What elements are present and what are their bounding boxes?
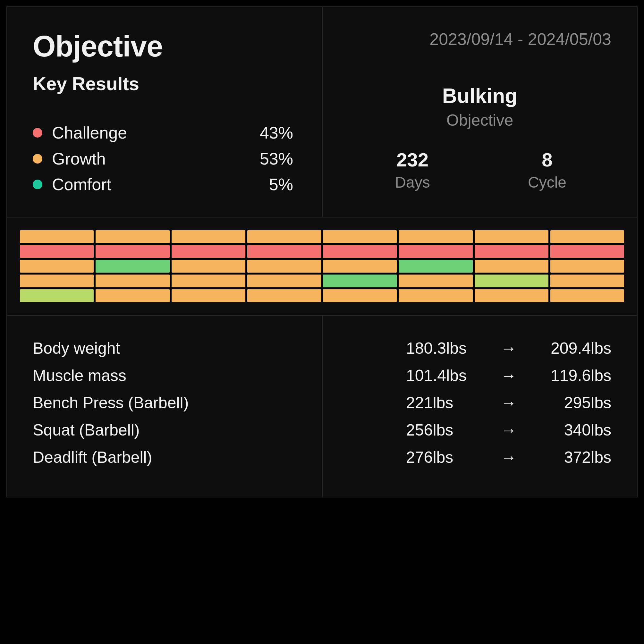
- arrow-right-icon: →: [489, 362, 528, 389]
- metric-label: Body weight: [33, 335, 400, 362]
- heatmap-cell: [475, 245, 548, 258]
- heatmap-cell: [550, 289, 624, 302]
- heatmap-cell: [247, 245, 321, 258]
- arrow-right-icon: →: [489, 389, 528, 417]
- heatmap-cell: [475, 289, 548, 302]
- heatmap-grid: [20, 230, 624, 302]
- metric-from-value: 276lbs: [406, 444, 483, 471]
- heatmap-cell: [323, 230, 397, 243]
- heatmap-cell: [172, 245, 245, 258]
- heatmap-cell: [399, 230, 472, 243]
- stat-days: 232 Days: [348, 149, 477, 191]
- heatmap-cell: [475, 275, 548, 287]
- metric-to-value: 209.4lbs: [534, 335, 611, 362]
- metric-to-value: 340lbs: [534, 417, 611, 444]
- heatmap-cell: [172, 260, 245, 273]
- objective-stats: 232 Days 8 Cycle: [348, 149, 611, 191]
- key-result-dot-icon: [33, 180, 42, 189]
- heatmap-cell: [172, 230, 245, 243]
- objective-sublabel: Objective: [348, 111, 611, 130]
- heatmap-cell: [550, 230, 624, 243]
- heatmap-cell: [247, 275, 321, 287]
- arrow-right-icon: →: [489, 335, 528, 362]
- objective-right-col: 2023/09/14 - 2024/05/03 Bulking Objectiv…: [322, 7, 637, 217]
- stat-cycle-label: Cycle: [483, 174, 611, 191]
- heatmap-cell: [20, 230, 94, 243]
- metric-from-value: 180.3lbs: [406, 335, 483, 362]
- key-result-row: Challenge43%: [33, 120, 296, 146]
- metric-row: Body weight180.3lbs→209.4lbs: [33, 335, 611, 362]
- key-result-row: Growth53%: [33, 146, 296, 172]
- metrics-section: Body weight180.3lbs→209.4lbsMuscle mass1…: [7, 315, 637, 497]
- heatmap-cell: [20, 245, 94, 258]
- key-results-list: Challenge43%Growth53%Comfort5%: [33, 120, 296, 198]
- heatmap-cell: [550, 260, 624, 273]
- heatmap-cell: [96, 260, 169, 273]
- arrow-right-icon: →: [489, 444, 528, 471]
- metric-from-value: 101.4lbs: [406, 362, 483, 389]
- heatmap-cell: [20, 289, 94, 302]
- objective-card: Objective Key Results Challenge43%Growth…: [6, 6, 638, 497]
- key-result-label: Challenge: [52, 120, 260, 146]
- key-result-value: 43%: [260, 120, 296, 146]
- heatmap-cell: [323, 260, 397, 273]
- key-result-label: Comfort: [52, 172, 269, 198]
- metric-label: Bench Press (Barbell): [33, 389, 400, 417]
- heatmap-cell: [96, 230, 169, 243]
- metric-row: Deadlift (Barbell)276lbs→372lbs: [33, 444, 611, 471]
- page-title: Objective: [33, 30, 296, 63]
- key-result-label: Growth: [52, 146, 260, 172]
- heatmap-cell: [96, 245, 169, 258]
- metric-label: Squat (Barbell): [33, 417, 400, 444]
- heatmap-cell: [475, 260, 548, 273]
- heatmap-cell: [96, 289, 169, 302]
- heatmap-cell: [172, 275, 245, 287]
- key-result-value: 53%: [260, 146, 296, 172]
- metric-to-value: 295lbs: [534, 389, 611, 417]
- stat-cycle-value: 8: [483, 149, 611, 171]
- stat-days-value: 232: [348, 149, 477, 171]
- date-range: 2023/09/14 - 2024/05/03: [348, 30, 611, 49]
- metric-from-value: 256lbs: [406, 417, 483, 444]
- heatmap-cell: [550, 275, 624, 287]
- heatmap-cell: [399, 275, 472, 287]
- heatmap-cell: [96, 275, 169, 287]
- metric-label: Muscle mass: [33, 362, 400, 389]
- key-result-dot-icon: [33, 154, 42, 164]
- metric-row: Muscle mass101.4lbs→119.6lbs: [33, 362, 611, 389]
- objective-left-col: Objective Key Results Challenge43%Growth…: [7, 7, 322, 217]
- heatmap-cell: [399, 289, 472, 302]
- heatmap-cell: [247, 230, 321, 243]
- heatmap-cell: [323, 275, 397, 287]
- heatmap-cell: [20, 275, 94, 287]
- heatmap-cell: [475, 230, 548, 243]
- heatmap-cell: [247, 289, 321, 302]
- metric-to-value: 372lbs: [534, 444, 611, 471]
- metric-from-value: 221lbs: [406, 389, 483, 417]
- metric-label: Deadlift (Barbell): [33, 444, 400, 471]
- heatmap-cell: [399, 260, 472, 273]
- heatmap-cell: [323, 289, 397, 302]
- heatmap-cell: [247, 260, 321, 273]
- key-result-value: 5%: [269, 172, 296, 198]
- stat-days-label: Days: [348, 174, 477, 191]
- heatmap-cell: [550, 245, 624, 258]
- metric-row: Bench Press (Barbell)221lbs→295lbs: [33, 389, 611, 417]
- objective-block: Bulking Objective: [348, 84, 611, 130]
- metric-row: Squat (Barbell)256lbs→340lbs: [33, 417, 611, 444]
- arrow-right-icon: →: [489, 417, 528, 444]
- heatmap-cell: [172, 289, 245, 302]
- top-section: Objective Key Results Challenge43%Growth…: [7, 7, 637, 217]
- key-result-dot-icon: [33, 128, 42, 138]
- heatmap-cell: [399, 245, 472, 258]
- heatmap-section: [7, 217, 637, 315]
- key-results-heading: Key Results: [33, 73, 296, 94]
- key-result-row: Comfort5%: [33, 172, 296, 198]
- stat-cycle: 8 Cycle: [483, 149, 611, 191]
- objective-name: Bulking: [348, 84, 611, 108]
- heatmap-cell: [323, 245, 397, 258]
- metric-to-value: 119.6lbs: [534, 362, 611, 389]
- heatmap-cell: [20, 260, 94, 273]
